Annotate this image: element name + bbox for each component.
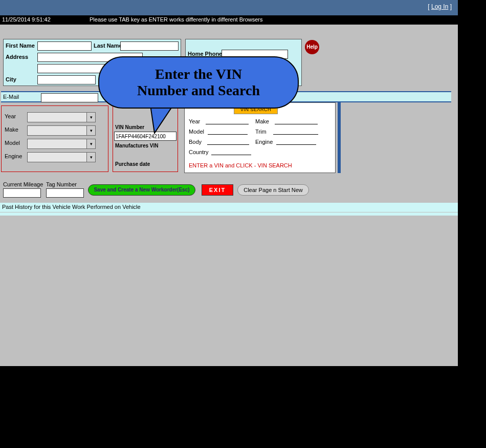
result-make-label: Make [255, 118, 269, 124]
first-name-input[interactable] [37, 41, 92, 51]
help-button[interactable]: Help [305, 40, 319, 54]
purchase-date-label: Purchase date [115, 161, 150, 167]
vin-panel: VIN Number Manufactures VIN Purchase dat… [113, 105, 178, 172]
chevron-down-icon[interactable]: ▾ [86, 125, 96, 136]
result-engine-label: Engine [255, 139, 273, 145]
email-label: E-Mail [3, 94, 19, 100]
vehicle-history-body [0, 212, 458, 216]
tag-number-label: Tag Number [46, 181, 77, 187]
current-mileage-label: Current Mileage [3, 181, 43, 187]
model-select[interactable]: ▾ [27, 139, 96, 149]
first-name-label: First Name [6, 42, 35, 49]
address2-input[interactable] [37, 64, 143, 73]
model-label: Model [5, 140, 20, 146]
vin-results-panel: VIN SEARCH Year Make Model Trim Body [184, 102, 336, 173]
home-phone-input[interactable] [222, 50, 288, 59]
engine-select[interactable]: ▾ [27, 152, 96, 162]
vin-search-button[interactable]: VIN SEARCH [234, 105, 278, 114]
chevron-down-icon[interactable]: ▾ [86, 112, 96, 122]
address1-input[interactable] [37, 53, 143, 62]
status-timestamp: 11/25/2014 9:51:42 [2, 16, 51, 23]
result-model-label: Model [189, 129, 204, 135]
chevron-down-icon[interactable]: ▾ [86, 139, 96, 149]
city-label: City [6, 76, 16, 82]
phone-panel: Home Phone [185, 39, 302, 86]
make-label: Make [5, 126, 18, 133]
vehicle-history-header: Past History for this Vehicle Work Perfo… [0, 203, 458, 212]
clear-page-button[interactable]: Clear Page n Start New [237, 184, 309, 196]
chevron-down-icon[interactable]: ▾ [86, 152, 96, 162]
app-window: [ Log In ] 11/25/2014 9:51:42 Please use… [0, 0, 458, 366]
login-link[interactable]: Log In [431, 3, 448, 10]
result-year-label: Year [189, 118, 200, 124]
result-trim-label: Trim [255, 129, 267, 135]
result-body-label: Body [189, 139, 202, 145]
topbar: [ Log In ] [0, 0, 458, 15]
result-country-label: Country [189, 149, 209, 155]
save-workorder-button[interactable]: Save and Create a New Workorder(Esc) [88, 184, 195, 196]
login-container: [ Log In ] [428, 3, 452, 10]
exit-button[interactable]: EXIT [202, 184, 233, 196]
vin-number-input[interactable] [114, 132, 176, 141]
current-mileage-input[interactable] [3, 188, 41, 198]
status-bar: 11/25/2014 9:51:42 Please use TAB key as… [0, 15, 458, 25]
engine-label: Engine [5, 153, 22, 159]
tag-number-input[interactable] [46, 188, 84, 198]
year-label: Year [5, 113, 16, 119]
customer-panel: First Name Last Name Address City [3, 39, 181, 86]
make-select[interactable]: ▾ [27, 125, 96, 136]
results-side-accent [338, 102, 341, 173]
email-row: E-Mail [1, 91, 451, 102]
status-message: Please use TAB key as ENTER works differ… [90, 16, 263, 23]
email-input[interactable] [41, 93, 98, 102]
address-label: Address [6, 54, 28, 60]
year-select[interactable]: ▾ [27, 112, 96, 122]
last-name-label: Last Name [94, 42, 122, 49]
city-input[interactable] [37, 75, 96, 84]
workspace: First Name Last Name Address City Home P… [0, 25, 458, 366]
last-name-input[interactable] [120, 41, 179, 51]
vin-number-label: VIN Number [115, 124, 144, 130]
vehicle-panel: Year ▾ Make ▾ Model ▾ Engine ▾ [1, 105, 108, 172]
mfr-vin-label: Manufactures VIN [115, 143, 158, 148]
vin-search-hint: ENTER a VIN and CLICK - VIN SEARCH [189, 162, 292, 168]
home-phone-label: Home Phone [188, 51, 222, 57]
